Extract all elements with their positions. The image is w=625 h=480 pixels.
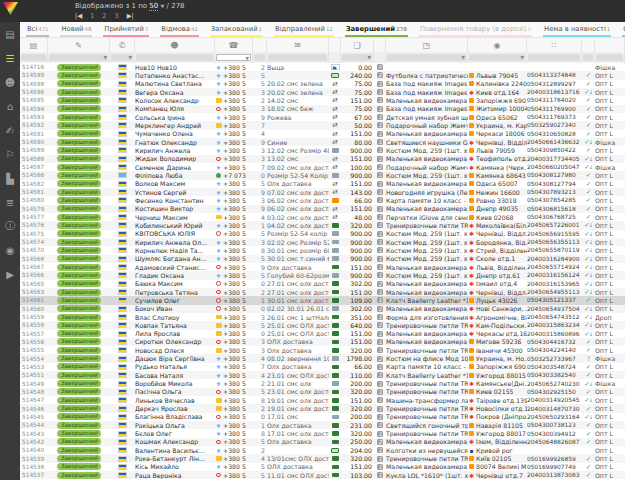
sidebar-integrations-icon[interactable]: ◉ [0,238,20,262]
table-row[interactable]: 514546 Завершений Деркач Ярослав +380 5 … [20,404,625,412]
phone-cell[interactable]: ✳+380 5 [215,113,253,121]
table-row[interactable]: 514592 Завершений Мерклингер Андрей +380… [20,121,625,129]
ttn-number[interactable]: 0504312899297 [527,80,582,88]
header-location-pin-icon[interactable]: ◉ [468,38,527,52]
header-spacer[interactable] [253,38,267,52]
sidebar-hand-pointer-icon[interactable]: ✍ [0,118,20,142]
ttn-number[interactable]: 20450661436632 [527,138,582,146]
table-row[interactable]: 514599 Завершений Потапенко Анастас... ✳… [20,71,625,79]
phone-cell[interactable]: ✳+380 5 [215,446,253,454]
customer-name[interactable]: Воробйов Микола [135,379,215,387]
table-row[interactable]: 514544 Завершений Рокіцька Ольга ✳+380 5… [20,421,625,429]
table-row[interactable]: 514581 Завершений Устинов Сергей ✳+380 5… [20,188,625,196]
ttn-number[interactable]: 20400314920545 [527,396,582,404]
table-row[interactable]: 514580 Завершений Фесенко Константин ✳+3… [20,196,625,204]
customer-name[interactable]: Шумляс Богдана Ан... [135,255,215,263]
table-row[interactable]: 514557 Завершений Лила Ярослав +380 5 0 … [20,330,625,338]
table-row[interactable]: 514567 Завершений Адамовский Станис... +… [20,263,625,271]
customer-name[interactable]: Устинов Сергей [135,188,215,196]
table-row[interactable]: 514590 Завершений Гнатюк Олександр ✳+380… [20,138,625,146]
table-row[interactable]: 514566 Завершений Гладик Оксана ✳+380 5 … [20,271,625,279]
phone-cell[interactable]: +380 5 [215,96,253,104]
phone-cell[interactable]: ✳+380 5 [215,371,253,379]
page-2-button[interactable]: 2 [102,12,106,20]
table-row[interactable]: 514589 Завершений Кирилич Анжела ✳+380 5… [20,146,625,154]
customer-name[interactable]: Влас Слотиоу [135,313,215,321]
customer-name[interactable]: Вегера Оксана [135,88,215,96]
filter-input-14[interactable] [596,54,623,61]
customer-name[interactable]: Бокоч Иван [135,305,215,313]
tab-zavershenyi-active[interactable]: Завершений278 [345,23,408,37]
phone-cell[interactable]: +7 073 [215,171,253,179]
ttn-number[interactable]: 0504302925150 [527,388,582,396]
phone-cell[interactable]: +380 5 [215,263,253,271]
filter-input-0[interactable] [21,54,46,61]
table-row[interactable]: 514543 Завершений Бєлов Олег ✳+380 5 8 1… [20,429,625,437]
header-scan-brackets-icon[interactable]: ∷ [527,38,582,52]
ttn-number[interactable]: 20400316156124 [527,271,582,279]
table-row[interactable]: 514568 Завершений Шумляс Богдана Ан... ✳… [20,255,625,263]
table-row[interactable]: 514551 Завершений Басова Наталя ✳+380 5 … [20,371,625,379]
filter-input-5[interactable] [254,54,265,61]
phone-cell[interactable]: ✳+380 5 [215,379,253,387]
ttn-number[interactable]: 20450656355113 [527,238,582,246]
tab-7[interactable]: Повернення товару (в дорозі)0 [419,23,532,37]
filter-dropdown-icon[interactable]: ▼ [104,54,107,61]
customer-name[interactable]: Компанец Юля [135,105,215,113]
ttn-number[interactable]: 0504309850422 [527,146,582,154]
ttn-number[interactable]: 0504313374848 [527,71,582,79]
ttn-number[interactable]: 20400315863234 [527,321,582,329]
filter-input-1[interactable]: ▼ [49,54,108,61]
customer-name[interactable]: Кошмак Александр [135,438,215,446]
ttn-number[interactable]: 0504303548724 [527,363,582,371]
sidebar-stats-chart-icon[interactable]: ▙ [0,166,20,190]
table-row[interactable]: 514548 Завершений Пасічна Ольга +380 5 5… [20,388,625,396]
phone-cell[interactable]: ✳+380 5 [215,146,253,154]
ttn-number[interactable]: 20450654937504 [527,305,582,313]
table-row[interactable]: 514553 Завершений Рудько Наталья ✳+380 5… [20,363,625,371]
phone-cell[interactable]: +380 5 [215,321,253,329]
customer-name[interactable]: Басова Наталя [135,371,215,379]
sidebar-clients-icon[interactable]: ☻ [0,70,20,94]
phone-cell[interactable]: ✳+380 5 [215,138,253,146]
last-page-button[interactable]: ▶| [127,12,134,20]
header-edit-pencil-icon[interactable]: ✎ [48,38,110,52]
phone-cell[interactable]: ✳+380 5 [215,221,253,229]
customer-name[interactable]: Роке-Бетанкурт Лін... [135,454,215,462]
customer-name[interactable]: Кісь Михайло [135,463,215,471]
phone-cell[interactable]: ✳+380 5 [215,71,253,79]
ttn-number[interactable] [527,446,582,454]
customer-name[interactable]: Колосок Александр [135,96,215,104]
ttn-number[interactable] [527,63,582,71]
table-row[interactable]: 514565 Завершений Баюка Максим +380 5 0 … [20,280,625,288]
table-row[interactable]: 514586 Завершений Філіпова Люба +7 073 0… [20,171,625,179]
page-size-dropdown[interactable]: 50 [149,2,158,11]
ttn-number[interactable]: 20450652740230 [527,379,582,387]
customer-name[interactable]: Кобилинський Юрий [135,221,215,229]
ttn-number[interactable]: 0504308127794 [527,180,582,188]
table-row[interactable]: 514555 Завершений Новосад Олеся +380 5 3… [20,346,625,354]
customer-name[interactable]: Фесенко Константин [135,196,215,204]
customer-name[interactable]: Рокіцька Ольга [135,421,215,429]
phone-cell[interactable]: ✳+380 5 [215,255,253,263]
table-row[interactable]: 514545 Завершений Благінна Владіслава +3… [20,413,625,421]
ttn-number[interactable]: 20450657226001 [527,221,582,229]
ttn-number[interactable]: 20400316284900 [527,255,582,263]
ttn-number[interactable]: 0504308127980 [527,171,582,179]
filter-input-13[interactable] [583,54,593,61]
ttn-number[interactable]: 20400315860896 [527,330,582,338]
phone-cell[interactable]: ✳+380 5 [215,429,253,437]
ttn-number[interactable]: 0504311769373 [527,113,582,121]
page-1-button[interactable]: 1 [90,12,94,20]
table-row[interactable]: 514559 Завершений Влас Слотиоу +380 5 3 … [20,313,625,321]
phone-cell[interactable]: +380 5 [215,338,253,346]
filter-input-2[interactable]: ▼ [111,54,133,61]
filter-input-12[interactable] [528,54,580,61]
header-comment-bubble-icon[interactable]: ✉ [267,38,329,52]
table-row[interactable]: 514582 Завершений Волков Максим ✳+380 5 … [20,180,625,188]
customer-name[interactable]: КВІТОВСЬКА ЮЛІЯ [135,230,215,238]
ttn-number[interactable]: 0501699907749 [527,463,582,471]
phone-cell[interactable]: ✳+380 5 [215,246,253,254]
phone-cell[interactable]: +380 5 [215,330,253,338]
table-row[interactable]: 514560 Завершений Бокоч Иван +380 5 0 02… [20,305,625,313]
